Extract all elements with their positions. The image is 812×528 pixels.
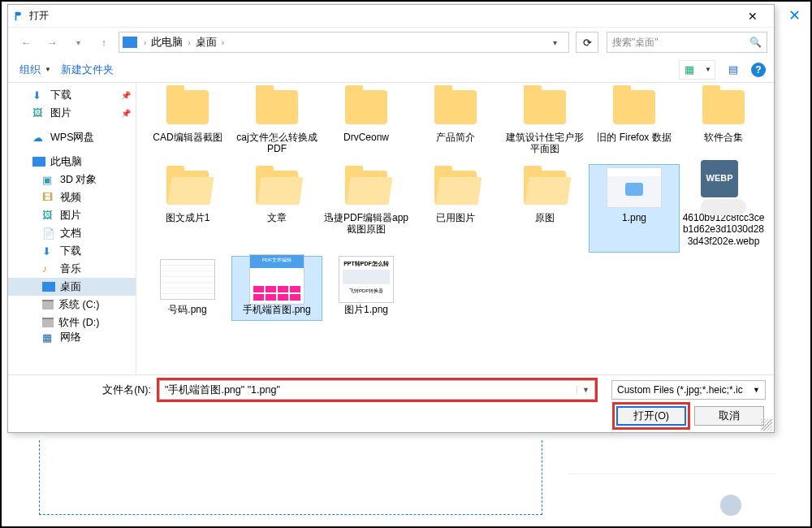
location-icon: [123, 37, 137, 48]
cancel-button[interactable]: 取消: [694, 406, 764, 426]
folder-item[interactable]: 迅捷PDF编辑器app截图原图: [322, 165, 411, 252]
folder-icon: [427, 86, 484, 128]
download-icon: ⬇: [42, 245, 55, 257]
breadcrumb[interactable]: › 此电脑 › 桌面 › ▾: [119, 32, 569, 53]
sidebar-item-picture[interactable]: 🖼图片📌: [8, 104, 136, 122]
sidebar-item-drive[interactable]: 软件 (D:): [8, 314, 136, 331]
preview-pane-button[interactable]: ▤: [723, 61, 743, 79]
sidebar-item-3d[interactable]: ▣3D 对象: [8, 171, 136, 188]
breadcrumb-dropdown[interactable]: ▾: [544, 38, 565, 47]
sidebar-item-net[interactable]: ▦网络: [8, 331, 136, 343]
file-name: 图片1.png: [323, 304, 409, 315]
monitor-icon: [42, 282, 55, 292]
resize-grip[interactable]: [761, 419, 772, 431]
file-thumbnail: [606, 167, 663, 209]
folder-item[interactable]: 产品简介: [411, 84, 500, 160]
folder-item[interactable]: caj文件怎么转换成PDF: [232, 84, 322, 160]
folder-icon: [159, 167, 216, 209]
sidebar-item-pc[interactable]: 此电脑: [8, 153, 136, 171]
drive-icon: [42, 300, 54, 309]
sidebar-item-label: 视频: [60, 191, 81, 205]
file-type-filter[interactable]: Custom Files (*.jpg;*.heic;*.ic▼: [611, 380, 766, 400]
view-mode-button[interactable]: ▦▼: [679, 60, 715, 80]
folder-item[interactable]: CAD编辑器截图: [143, 84, 232, 160]
pin-icon: 📌: [121, 109, 131, 118]
breadcrumb-root[interactable]: 此电脑: [151, 35, 183, 50]
folder-item[interactable]: 图文成片1: [143, 165, 232, 252]
folder-item[interactable]: 已用图片: [411, 165, 500, 252]
sidebar-item-download[interactable]: ⬇下载: [8, 242, 136, 260]
folder-item[interactable]: 文章: [232, 165, 322, 252]
wps-icon: ☁: [32, 132, 45, 143]
folder-item[interactable]: 建筑设计住宅户形平面图: [500, 84, 590, 160]
sidebar-item-label: 此电脑: [50, 155, 82, 169]
sidebar-item-label: 软件 (D:): [58, 316, 99, 330]
sidebar-item-video[interactable]: 🎞视频: [8, 188, 136, 206]
chevron-right-icon: ›: [140, 38, 149, 47]
navbar: ← → ▾ ↑ › 此电脑 › 桌面 › ▾ ⟳ 搜索"桌面" 🔍: [8, 28, 774, 57]
chevron-down-icon: ▼: [45, 66, 51, 73]
close-button[interactable]: ✕: [736, 10, 769, 23]
folder-icon: [338, 86, 395, 128]
nav-up-button[interactable]: ↑: [93, 32, 115, 53]
folder-icon: [516, 167, 573, 209]
watermark: 路由器luyouqi.com: [720, 493, 794, 517]
file-thumbnail: PPT转PDF怎么转飞转PDF转换器: [338, 258, 395, 301]
sidebar-item-doc[interactable]: 📄文档: [8, 224, 136, 242]
music-icon: ♪: [42, 263, 55, 275]
folder-item[interactable]: DrvCeonw: [322, 84, 411, 160]
file-item[interactable]: 号码.png: [143, 257, 232, 320]
sidebar-item-label: 系统 (C:): [58, 298, 99, 312]
sidebar-item-desktop[interactable]: 桌面: [8, 278, 136, 296]
file-name: DrvCeonw: [323, 132, 409, 143]
filename-field-wrap: ▼: [159, 380, 595, 400]
file-thumbnail: PDF文件编辑: [248, 258, 305, 301]
dialog-title: 打开: [29, 9, 49, 23]
bottom-bar: 文件名(N): ▼ Custom Files (*.jpg;*.heic;*.i…: [8, 374, 774, 432]
sidebar-item-download[interactable]: ⬇下载📌: [8, 86, 136, 104]
picture-icon: 🖼: [42, 210, 55, 221]
file-thumbnail: WEBP: [695, 167, 752, 209]
folder-icon: [427, 167, 484, 209]
folder-icon: [338, 167, 395, 209]
nav-history-button[interactable]: ▾: [67, 32, 89, 53]
file-name: 软件合集: [680, 132, 767, 143]
breadcrumb-folder[interactable]: 桌面: [196, 35, 217, 50]
doc-icon: 📄: [42, 227, 55, 239]
help-button[interactable]: ?: [751, 63, 766, 77]
folder-item[interactable]: 软件合集: [679, 84, 768, 160]
pin-icon: 📌: [121, 91, 131, 100]
net-icon: ▦: [42, 331, 55, 343]
file-name: 已用图片: [412, 212, 499, 223]
open-button[interactable]: 打开(O): [616, 406, 686, 426]
sidebar: ⬇下载📌🖼图片📌☁WPS网盘此电脑▣3D 对象🎞视频🖼图片📄文档⬇下载♪音乐桌面…: [8, 83, 136, 374]
nav-forward-button[interactable]: →: [41, 32, 63, 53]
file-grid[interactable]: CAD编辑器截图caj文件怎么转换成PDFDrvCeonw产品简介建筑设计住宅户…: [136, 83, 774, 374]
sidebar-item-label: 3D 对象: [60, 173, 97, 187]
file-item[interactable]: WEBP4610b912c8fcc3ceb1d62e3d1030d283d43f…: [679, 165, 768, 252]
filename-input[interactable]: [160, 381, 577, 399]
sidebar-item-drive[interactable]: 系统 (C:): [8, 296, 136, 314]
folder-item[interactable]: 旧的 Firefox 数据: [590, 84, 679, 160]
watermark-logo: [720, 495, 741, 516]
file-item[interactable]: PDF文件编辑手机端首图.png: [232, 257, 322, 320]
file-item[interactable]: 1.png: [590, 165, 679, 252]
sidebar-item-music[interactable]: ♪音乐: [8, 260, 136, 278]
search-input[interactable]: 搜索"桌面" 🔍: [607, 32, 767, 53]
organize-menu[interactable]: 组织▼: [16, 61, 54, 79]
monitor-icon: [32, 157, 45, 167]
folder-item[interactable]: 原图: [500, 165, 590, 252]
refresh-button[interactable]: ⟳: [576, 32, 598, 53]
sidebar-item-wps[interactable]: ☁WPS网盘: [8, 128, 136, 146]
chevron-right-icon: ›: [184, 38, 193, 47]
file-item[interactable]: PPT转PDF怎么转飞转PDF转换器图片1.png: [322, 257, 411, 320]
nav-back-button[interactable]: ←: [15, 32, 37, 53]
folder-icon: [248, 86, 305, 128]
new-folder-button[interactable]: 新建文件夹: [58, 61, 117, 79]
file-name: 4610b912c8fcc3ceb1d62e3d1030d283d43f202e…: [680, 212, 767, 247]
bg-close-icon[interactable]: ✕: [788, 6, 801, 24]
sidebar-item-picture[interactable]: 🖼图片: [8, 206, 136, 224]
file-name: 产品简介: [412, 132, 499, 143]
filename-history-dropdown[interactable]: ▼: [577, 386, 594, 394]
sidebar-item-label: 网络: [60, 331, 81, 343]
